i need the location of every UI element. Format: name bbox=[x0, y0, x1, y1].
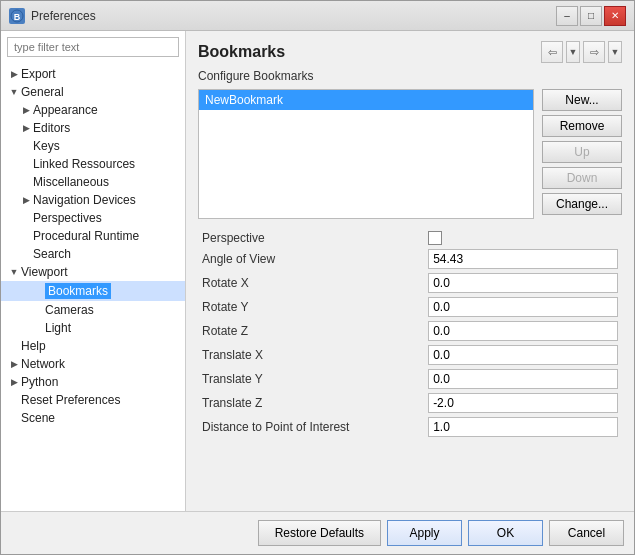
tree-item-export[interactable]: ▶Export bbox=[1, 65, 185, 83]
down-button[interactable]: Down bbox=[542, 167, 622, 189]
tree-label: Procedural Runtime bbox=[33, 229, 139, 243]
perspective-checkbox[interactable] bbox=[428, 231, 442, 245]
tree-container: ▶Export▼General▶Appearance▶EditorsKeysLi… bbox=[1, 63, 185, 511]
tree-item-appearance[interactable]: ▶Appearance bbox=[1, 101, 185, 119]
tree-item-help[interactable]: Help bbox=[1, 337, 185, 355]
field-input-angle-of-view[interactable] bbox=[428, 249, 618, 269]
bookmark-list[interactable]: NewBookmark bbox=[198, 89, 534, 219]
field-input-distance-to-point-of-interest[interactable] bbox=[428, 417, 618, 437]
tree-label: Scene bbox=[21, 411, 55, 425]
back-dropdown-button[interactable]: ▼ bbox=[566, 41, 580, 63]
tree-label: Search bbox=[33, 247, 71, 261]
preferences-window: B Preferences – □ ✕ ▶Export▼General▶Appe… bbox=[0, 0, 635, 555]
tree-item-viewport[interactable]: ▼Viewport bbox=[1, 263, 185, 281]
expand-icon: ▶ bbox=[21, 105, 31, 115]
up-button[interactable]: Up bbox=[542, 141, 622, 163]
left-panel: ▶Export▼General▶Appearance▶EditorsKeysLi… bbox=[1, 31, 186, 511]
field-value bbox=[424, 343, 622, 367]
close-button[interactable]: ✕ bbox=[604, 6, 626, 26]
back-button[interactable]: ⇦ bbox=[541, 41, 563, 63]
expand-icon: ▶ bbox=[9, 359, 19, 369]
tree-label: Network bbox=[21, 357, 65, 371]
tree-item-editors[interactable]: ▶Editors bbox=[1, 119, 185, 137]
tree-label: Bookmarks bbox=[45, 283, 111, 299]
tree-item-scene[interactable]: Scene bbox=[1, 409, 185, 427]
tree-label: Light bbox=[45, 321, 71, 335]
tree-item-general[interactable]: ▼General bbox=[1, 83, 185, 101]
tree-item-linked-resources[interactable]: Linked Ressources bbox=[1, 155, 185, 173]
restore-button[interactable]: □ bbox=[580, 6, 602, 26]
bookmark-area: NewBookmark New... Remove Up Down Change… bbox=[198, 89, 622, 219]
tree-label: Viewport bbox=[21, 265, 67, 279]
svg-text:B: B bbox=[14, 12, 21, 22]
title-bar: B Preferences – □ ✕ bbox=[1, 1, 634, 31]
forward-dropdown-button[interactable]: ▼ bbox=[608, 41, 622, 63]
expand-icon: ▼ bbox=[9, 87, 19, 97]
tree-item-procedural-runtime[interactable]: Procedural Runtime bbox=[1, 227, 185, 245]
field-label: Angle of View bbox=[198, 247, 424, 271]
window-title: Preferences bbox=[31, 9, 96, 23]
field-value bbox=[424, 295, 622, 319]
tree-item-python[interactable]: ▶Python bbox=[1, 373, 185, 391]
section-label: Configure Bookmarks bbox=[198, 69, 622, 83]
field-value bbox=[424, 229, 622, 247]
tree-label: Keys bbox=[33, 139, 60, 153]
bottom-bar: Restore Defaults Apply OK Cancel bbox=[1, 511, 634, 554]
field-input-translate-y[interactable] bbox=[428, 369, 618, 389]
tree-item-network[interactable]: ▶Network bbox=[1, 355, 185, 373]
tree-label: Perspectives bbox=[33, 211, 102, 225]
remove-button[interactable]: Remove bbox=[542, 115, 622, 137]
field-row: Rotate X bbox=[198, 271, 622, 295]
filter-input[interactable] bbox=[7, 37, 179, 57]
restore-defaults-button[interactable]: Restore Defaults bbox=[258, 520, 381, 546]
apply-button[interactable]: Apply bbox=[387, 520, 462, 546]
field-value bbox=[424, 319, 622, 343]
expand-icon: ▶ bbox=[21, 123, 31, 133]
field-input-rotate-x[interactable] bbox=[428, 273, 618, 293]
field-row: Perspective bbox=[198, 229, 622, 247]
expand-icon: ▶ bbox=[9, 377, 19, 387]
tree-item-perspectives[interactable]: Perspectives bbox=[1, 209, 185, 227]
tree-item-light[interactable]: Light bbox=[1, 319, 185, 337]
tree-item-cameras[interactable]: Cameras bbox=[1, 301, 185, 319]
field-value bbox=[424, 271, 622, 295]
minimize-button[interactable]: – bbox=[556, 6, 578, 26]
bookmark-item[interactable]: NewBookmark bbox=[199, 90, 533, 110]
field-row: Rotate Z bbox=[198, 319, 622, 343]
ok-button[interactable]: OK bbox=[468, 520, 543, 546]
expand-icon: ▼ bbox=[9, 267, 19, 277]
field-input-translate-z[interactable] bbox=[428, 393, 618, 413]
tree-item-navigation-devices[interactable]: ▶Navigation Devices bbox=[1, 191, 185, 209]
field-value bbox=[424, 367, 622, 391]
tree-item-keys[interactable]: Keys bbox=[1, 137, 185, 155]
content-area: ▶Export▼General▶Appearance▶EditorsKeysLi… bbox=[1, 31, 634, 511]
field-label: Translate Y bbox=[198, 367, 424, 391]
right-panel: Bookmarks ⇦ ▼ ⇨ ▼ Configure Bookmarks Ne… bbox=[186, 31, 634, 511]
field-row: Rotate Y bbox=[198, 295, 622, 319]
field-label: Rotate X bbox=[198, 271, 424, 295]
tree-item-miscellaneous[interactable]: Miscellaneous bbox=[1, 173, 185, 191]
field-label: Translate Z bbox=[198, 391, 424, 415]
field-input-translate-x[interactable] bbox=[428, 345, 618, 365]
field-row: Translate Y bbox=[198, 367, 622, 391]
cancel-button[interactable]: Cancel bbox=[549, 520, 624, 546]
field-input-rotate-z[interactable] bbox=[428, 321, 618, 341]
tree-label: Navigation Devices bbox=[33, 193, 136, 207]
field-value bbox=[424, 415, 622, 439]
bookmark-buttons: New... Remove Up Down Change... bbox=[542, 89, 622, 219]
field-label: Rotate Z bbox=[198, 319, 424, 343]
tree-item-search[interactable]: Search bbox=[1, 245, 185, 263]
forward-button[interactable]: ⇨ bbox=[583, 41, 605, 63]
change-button[interactable]: Change... bbox=[542, 193, 622, 215]
tree-item-reset-preferences[interactable]: Reset Preferences bbox=[1, 391, 185, 409]
field-row: Translate Z bbox=[198, 391, 622, 415]
right-header: Bookmarks ⇦ ▼ ⇨ ▼ bbox=[198, 41, 622, 63]
new-button[interactable]: New... bbox=[542, 89, 622, 111]
fields-table: PerspectiveAngle of ViewRotate XRotate Y… bbox=[198, 229, 622, 439]
tree-item-bookmarks[interactable]: Bookmarks bbox=[1, 281, 185, 301]
field-label: Perspective bbox=[198, 229, 424, 247]
field-input-rotate-y[interactable] bbox=[428, 297, 618, 317]
title-bar-controls: – □ ✕ bbox=[556, 6, 626, 26]
toolbar-icons: ⇦ ▼ ⇨ ▼ bbox=[541, 41, 622, 63]
tree-label: Appearance bbox=[33, 103, 98, 117]
